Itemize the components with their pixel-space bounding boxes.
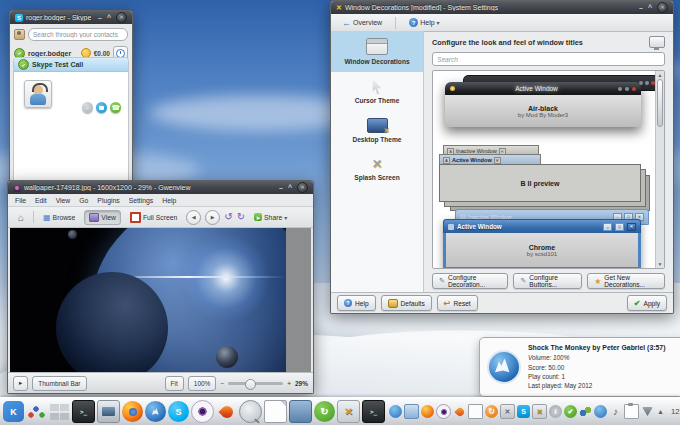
gwenview-titlebar[interactable]: wallpaper-174918.jpg - 1600x1200 - 29% -…: [8, 181, 313, 194]
zoom-slider[interactable]: [228, 382, 283, 385]
skype-tray-icon[interactable]: S: [517, 405, 530, 418]
configure-decoration-button[interactable]: ✎ Configure Decoration...: [432, 273, 508, 289]
text-editor-icon[interactable]: [264, 400, 287, 423]
gwenview-tray-icon[interactable]: [436, 404, 451, 419]
fit-button[interactable]: Fit: [165, 376, 184, 391]
search-tool-icon[interactable]: [239, 400, 262, 423]
flame-tray-icon[interactable]: [453, 405, 466, 418]
close-icon[interactable]: ✕: [657, 2, 668, 13]
utility-tray-icon[interactable]: ✕: [500, 404, 515, 419]
view-button[interactable]: View: [84, 210, 121, 225]
scroll-down-icon[interactable]: ▼: [656, 260, 664, 268]
file-manager-icon[interactable]: [289, 400, 312, 423]
scroll-up-icon[interactable]: ▲: [656, 71, 664, 79]
close-icon[interactable]: ✕: [297, 182, 308, 193]
maximize-icon[interactable]: ^: [107, 15, 111, 21]
contact-row[interactable]: ✔ Skype Test Call: [14, 58, 128, 72]
video-call-button[interactable]: [96, 102, 107, 113]
document-blue-icon[interactable]: [404, 404, 419, 419]
system-settings-icon[interactable]: ✕: [337, 400, 360, 423]
scrollbar[interactable]: ▲ ▼: [655, 71, 664, 268]
network-globe-icon[interactable]: [389, 405, 402, 418]
volume-icon[interactable]: ♪: [609, 405, 622, 418]
maximize-icon[interactable]: ^: [648, 5, 652, 11]
decoration-search-input[interactable]: [432, 52, 665, 66]
menu-settings[interactable]: Settings: [129, 197, 154, 204]
konsole-icon[interactable]: >_: [72, 400, 95, 423]
sidebar-item-window-decorations[interactable]: Window Decorations: [331, 31, 423, 72]
skype-launcher-icon[interactable]: S: [168, 401, 189, 422]
network-manager-icon[interactable]: [594, 405, 607, 418]
zoom-100-button[interactable]: 100%: [188, 376, 217, 391]
refresh-tray-icon[interactable]: ↻: [485, 405, 498, 418]
menu-help[interactable]: Help: [162, 197, 176, 204]
network-pair-icon[interactable]: [579, 405, 592, 418]
thumbnail-bar-button[interactable]: Thumbnail Bar: [32, 376, 86, 391]
get-new-decorations-button[interactable]: ★ Get New Decorations...: [587, 273, 665, 289]
menu-plugins[interactable]: Plugins: [97, 197, 119, 204]
zoom-in-icon[interactable]: +: [287, 380, 291, 387]
clock[interactable]: 12:38 PM: [667, 407, 680, 416]
help-button[interactable]: ? Help ▾: [404, 15, 444, 30]
media-notification[interactable]: Shock The Monkey by Peter Gabriel (3:57)…: [479, 337, 680, 397]
minimize-icon[interactable]: –: [279, 185, 283, 191]
info-tray-icon[interactable]: i: [549, 405, 562, 418]
decoration-item-air-black[interactable]: Active Window Air-black by Mod By Moder3: [441, 75, 649, 139]
previous-image-button[interactable]: ◀: [186, 210, 201, 225]
klipper-icon[interactable]: [624, 404, 639, 419]
call-button[interactable]: ☎: [110, 102, 121, 113]
configure-buttons-button[interactable]: ✎ Configure Buttons...: [513, 273, 582, 289]
minimize-icon[interactable]: –: [639, 5, 643, 11]
defaults-button[interactable]: Defaults: [381, 295, 432, 311]
flame-app-icon[interactable]: [216, 401, 237, 422]
skype-titlebar[interactable]: S roger.bodger - Skype – ^ ✕: [10, 11, 132, 24]
reset-button[interactable]: ↩ Reset: [437, 295, 478, 311]
next-image-button[interactable]: ▶: [205, 210, 220, 225]
menu-view[interactable]: View: [56, 197, 71, 204]
browse-button[interactable]: ▦ Browse: [38, 210, 80, 225]
slider-handle[interactable]: [245, 379, 256, 390]
skype-search-input[interactable]: [28, 28, 128, 41]
rotate-left-icon[interactable]: ↺: [224, 212, 232, 222]
menu-file[interactable]: File: [15, 197, 26, 204]
tray-expander-icon[interactable]: ▴: [656, 405, 665, 418]
sidebar-toggle-button[interactable]: ▸: [13, 376, 28, 391]
image-viewport[interactable]: [10, 228, 311, 373]
minimize-icon[interactable]: –: [98, 15, 102, 21]
chat-button[interactable]: –: [82, 102, 93, 113]
account-name[interactable]: roger.bodger: [28, 50, 71, 57]
settings-titlebar[interactable]: ✕ Window Decorations [modified] - System…: [331, 1, 673, 14]
home-button[interactable]: ⌂: [13, 209, 29, 226]
rotate-right-icon[interactable]: ↻: [237, 212, 245, 222]
zoom-out-icon[interactable]: −: [220, 380, 224, 387]
firefox-tray-icon[interactable]: [421, 405, 434, 418]
contact-avatar[interactable]: [24, 80, 52, 108]
menu-go[interactable]: Go: [79, 197, 88, 204]
pager-dots-icon[interactable]: [26, 401, 47, 422]
decoration-item-chrome[interactable]: Inactive Window – □ ✕ Active Window: [441, 209, 647, 267]
sidebar-item-desktop-theme[interactable]: Desktop Theme: [331, 111, 423, 150]
maximize-icon[interactable]: ^: [288, 185, 292, 191]
terminal-icon[interactable]: >_: [362, 400, 385, 423]
settings-tray-icon[interactable]: ✕: [532, 404, 547, 419]
software-update-icon[interactable]: ↻: [314, 401, 335, 422]
kde-menu-icon[interactable]: K: [3, 401, 24, 422]
sidebar-item-splash-screen[interactable]: ✕ Splash Screen: [331, 150, 423, 188]
close-icon[interactable]: ✕: [116, 12, 127, 23]
scrollbar-thumb[interactable]: [657, 79, 663, 127]
skype-balance[interactable]: €0.00: [94, 50, 110, 57]
decoration-list[interactable]: Active Window Air-black by Mod By Moder3: [432, 70, 665, 269]
overview-button[interactable]: ← Overview: [337, 15, 387, 31]
help-footer-button[interactable]: ? Help: [337, 295, 376, 311]
document-tray-icon[interactable]: [468, 404, 483, 419]
gwenview-launcher-icon[interactable]: [191, 400, 214, 423]
sidebar-item-cursor-theme[interactable]: Cursor Theme: [331, 72, 423, 111]
updates-ok-icon[interactable]: ✔: [564, 405, 577, 418]
decoration-item-b2[interactable]: A Inactive Window ✕ A Active Window ✕ B …: [439, 145, 651, 201]
amarok-launcher-icon[interactable]: [145, 401, 166, 422]
wifi-icon[interactable]: [641, 405, 654, 418]
menu-edit[interactable]: Edit: [35, 197, 47, 204]
firefox-icon[interactable]: [122, 401, 143, 422]
share-button[interactable]: ➤ Share ▾: [249, 210, 292, 224]
full-screen-button[interactable]: Full Screen: [125, 209, 182, 226]
